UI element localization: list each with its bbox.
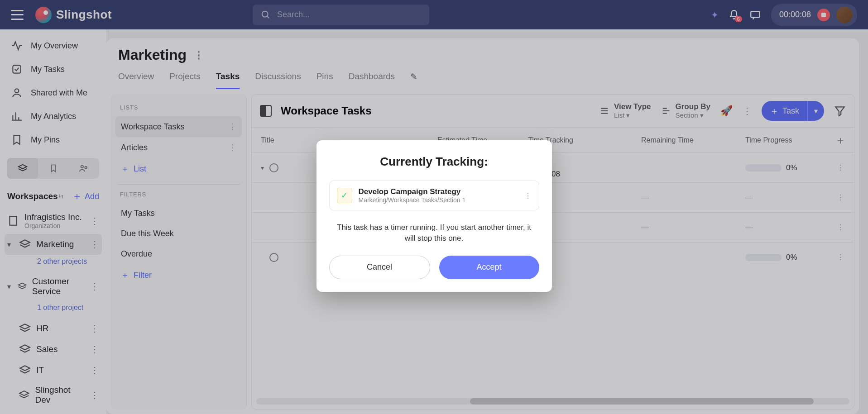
modal-message: This task has a timer running. If you st…: [334, 222, 535, 244]
modal-task-card[interactable]: ✓ Develop Campaign Strategy Marketing/Wo…: [329, 181, 539, 210]
accept-button[interactable]: Accept: [439, 256, 539, 279]
cancel-button[interactable]: Cancel: [329, 256, 430, 279]
clipboard-check-icon: ✓: [337, 188, 352, 203]
tracking-modal: Currently Tracking: ✓ Develop Campaign S…: [317, 140, 552, 292]
modal-task-path: Marketing/Workspace Tasks/Section 1: [359, 196, 466, 204]
modal-task-name: Develop Campaign Strategy: [359, 187, 466, 196]
more-icon[interactable]: ⋮: [524, 191, 532, 200]
modal-heading: Currently Tracking:: [329, 155, 539, 169]
modal-overlay[interactable]: Currently Tracking: ✓ Develop Campaign S…: [0, 0, 868, 414]
